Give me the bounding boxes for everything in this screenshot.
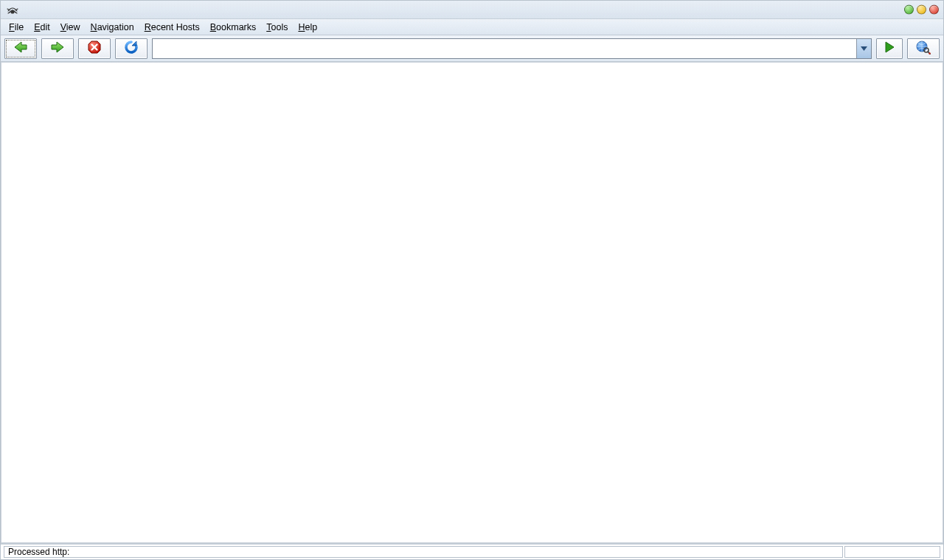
menu-file[interactable]: File	[4, 21, 29, 34]
status-progress	[844, 546, 940, 558]
minimize-button[interactable]	[904, 5, 914, 15]
status-text: Processed http:	[4, 546, 843, 558]
refresh-button[interactable]	[115, 38, 148, 59]
address-dropdown-button[interactable]	[856, 39, 871, 58]
content-area	[1, 62, 943, 543]
globe-search-icon	[915, 40, 931, 57]
chevron-down-icon	[861, 46, 867, 51]
menu-view[interactable]: View	[55, 21, 86, 34]
titlebar	[1, 1, 943, 19]
svg-point-4	[11, 10, 14, 13]
statusbar: Processed http:	[1, 543, 943, 559]
address-bar	[152, 38, 872, 59]
arrow-left-icon	[13, 40, 29, 57]
svg-point-11	[929, 52, 930, 54]
back-button[interactable]	[4, 38, 37, 59]
stop-icon	[87, 40, 102, 57]
app-window: File Edit View Navigation Recent Hosts B…	[0, 0, 944, 560]
status-text-label: Processed http:	[8, 547, 69, 557]
menu-recent-hosts[interactable]: Recent Hosts	[139, 21, 205, 34]
menu-navigation[interactable]: Navigation	[86, 21, 139, 34]
menu-tools[interactable]: Tools	[261, 21, 293, 34]
maximize-button[interactable]	[917, 5, 926, 15]
web-search-button[interactable]	[907, 38, 940, 59]
app-icon	[5, 2, 20, 17]
menubar: File Edit View Navigation Recent Hosts B…	[1, 19, 943, 35]
toolbar	[1, 35, 943, 62]
go-button[interactable]	[876, 38, 903, 59]
forward-button[interactable]	[41, 38, 74, 59]
menu-help[interactable]: Help	[293, 21, 322, 34]
close-button[interactable]	[929, 5, 939, 15]
arrow-right-icon	[49, 40, 66, 57]
refresh-icon	[124, 40, 139, 57]
play-icon	[884, 41, 895, 55]
menu-edit[interactable]: Edit	[29, 21, 55, 34]
stop-button[interactable]	[78, 38, 111, 59]
window-controls	[904, 5, 939, 15]
menu-bookmarks[interactable]: Bookmarks	[205, 21, 262, 34]
address-input[interactable]	[153, 39, 856, 58]
